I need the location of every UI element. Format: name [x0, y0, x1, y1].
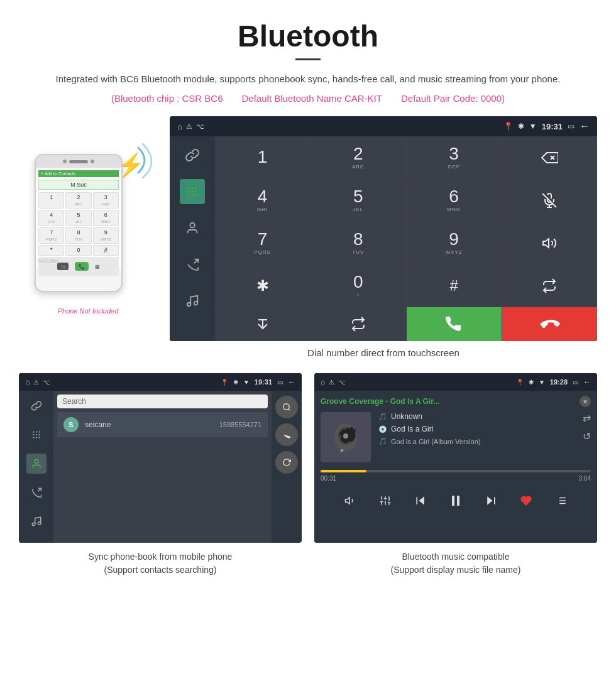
- phone-top-bar: [36, 155, 121, 168]
- repeat-button[interactable]: ↺: [583, 430, 591, 442]
- key-call-green[interactable]: [407, 307, 502, 341]
- progress-times: 00:31 3:04: [321, 475, 591, 482]
- key-switch[interactable]: [502, 264, 597, 307]
- key-8[interactable]: 8 TUV: [311, 222, 405, 264]
- key-4[interactable]: 4 GHI: [215, 179, 310, 221]
- volume-button[interactable]: [339, 489, 361, 512]
- sidebar-contacts-icon[interactable]: [180, 215, 205, 241]
- key-6[interactable]: 6 MNO: [407, 179, 502, 221]
- pb-music-icon[interactable]: [26, 511, 47, 531]
- pb-contacts-icon[interactable]: [26, 454, 47, 474]
- progress-fill: [321, 470, 366, 472]
- svg-point-13: [194, 302, 198, 305]
- key-mute[interactable]: [502, 179, 597, 221]
- pb-call-icon[interactable]: [26, 482, 47, 503]
- key-5[interactable]: 5 JKL: [311, 179, 405, 221]
- pb-search-bar: Search: [57, 395, 268, 408]
- key-3[interactable]: 3 DEF: [407, 136, 502, 178]
- phone-section: ⚡ + Add to Contacts M Suc 1: [19, 116, 157, 315]
- svg-point-8: [192, 194, 194, 196]
- key-backspace[interactable]: [502, 136, 597, 178]
- svg-point-5: [192, 191, 194, 193]
- music-track-title: Groove Coverage - God Is A Gir...: [321, 397, 439, 406]
- music-usb-icon: ⌥: [338, 379, 346, 386]
- spec-name: Default Bluetooth Name CAR-KIT: [242, 93, 382, 104]
- svg-point-26: [35, 434, 36, 435]
- key-9[interactable]: 9 WXYZ: [407, 222, 502, 264]
- svg-point-6: [195, 191, 197, 193]
- pb-action-buttons: [272, 391, 302, 543]
- status-right: 📍 ✱ ▼ 19:31 ▭ ←: [503, 121, 590, 132]
- music-back-button[interactable]: ←: [583, 378, 591, 386]
- favorite-button[interactable]: [515, 489, 537, 512]
- phonebook-caption: Sync phone-book from mobile phone (Suppo…: [19, 548, 302, 579]
- svg-marker-55: [487, 496, 492, 504]
- prev-button[interactable]: [409, 489, 432, 512]
- music-caption-line2: (Support display music file name): [391, 565, 521, 575]
- music-bt-icon: ✱: [529, 379, 534, 386]
- pb-dialpad-icon[interactable]: [26, 425, 47, 445]
- page-header: Bluetooth Integrated with BC6 Bluetooth …: [0, 0, 616, 110]
- music-time: 19:28: [550, 378, 568, 386]
- dial-screen-container: ⌂ ⚠ ⌥ 📍 ✱ ▼ 19:31 ▭ ←: [170, 116, 597, 367]
- pb-refresh-button[interactable]: [275, 451, 298, 474]
- svg-point-31: [35, 459, 38, 463]
- music-caption: Bluetooth music compatible (Support disp…: [314, 548, 597, 579]
- sidebar-call-transfer-icon[interactable]: [180, 252, 205, 277]
- svg-line-36: [289, 409, 290, 411]
- pb-search-button[interactable]: [275, 396, 298, 418]
- play-pause-button[interactable]: [444, 489, 467, 512]
- equalizer-button[interactable]: [374, 489, 397, 512]
- key-volume[interactable]: [502, 222, 597, 264]
- key-merge[interactable]: [215, 307, 310, 341]
- svg-point-25: [33, 434, 34, 435]
- svg-rect-53: [452, 496, 454, 506]
- key-star[interactable]: ✱: [215, 264, 310, 307]
- back-button[interactable]: ←: [580, 121, 590, 132]
- key-hash[interactable]: #: [407, 264, 502, 307]
- pb-contact-row[interactable]: S seicane 15885554271: [57, 412, 268, 437]
- svg-point-30: [38, 437, 40, 438]
- progress-bar[interactable]: [321, 470, 591, 472]
- pb-back-button[interactable]: ←: [288, 378, 295, 386]
- music-version-icon: 🎵: [378, 437, 387, 445]
- phonebook-caption-line2: (Support contacts searching): [104, 565, 217, 575]
- pb-avatar: S: [63, 417, 79, 432]
- next-button[interactable]: [480, 489, 502, 512]
- svg-point-22: [33, 431, 34, 432]
- status-left: ⌂ ⚠ ⌥: [177, 122, 204, 131]
- shuffle-button[interactable]: ⇄: [583, 412, 591, 424]
- key-7[interactable]: 7 PQRS: [215, 222, 310, 264]
- sidebar-music-icon[interactable]: [180, 288, 205, 313]
- spec-code: Default Pair Code: 0000): [401, 93, 505, 104]
- pb-call-button[interactable]: [275, 423, 298, 446]
- svg-point-29: [35, 437, 36, 438]
- music-progress-area: 00:31 3:04: [314, 467, 597, 484]
- pb-link-icon[interactable]: [26, 396, 47, 416]
- key-2[interactable]: 2 ABC: [311, 136, 405, 178]
- music-side-controls: ⇄ ↺: [583, 412, 591, 442]
- title-divider: [295, 58, 321, 60]
- svg-point-4: [188, 191, 190, 193]
- music-close-button[interactable]: ✕: [580, 396, 591, 407]
- music-caption-line1: Bluetooth music compatible: [402, 552, 509, 562]
- key-call-red[interactable]: [502, 307, 597, 341]
- svg-point-23: [35, 431, 36, 432]
- sidebar-link-icon[interactable]: [180, 143, 205, 168]
- key-0[interactable]: 0 +: [311, 264, 405, 307]
- playlist-button[interactable]: [550, 489, 573, 512]
- svg-point-7: [188, 194, 190, 196]
- key-1[interactable]: 1: [215, 136, 310, 178]
- music-info: 🎵 Unknown 💿 God Is a Girl 🎵 God is a Gir…: [378, 412, 575, 445]
- dial-time: 19:31: [542, 122, 563, 131]
- pb-contact-number: 15885554271: [219, 421, 261, 428]
- sidebar-dialpad-icon[interactable]: [180, 179, 205, 204]
- key-hold[interactable]: [311, 307, 405, 341]
- pb-main: Search S seicane 15885554271: [53, 391, 272, 543]
- pb-usb-icon: ⌥: [43, 379, 50, 386]
- music-version: God is a Girl (Album Version): [391, 438, 480, 445]
- battery-icon: ▭: [568, 122, 575, 131]
- phone-label: Phone Not Included: [58, 307, 119, 315]
- phone-screen: + Add to Contacts M Suc 1 2ABC 3DEF 4GHI…: [36, 168, 121, 268]
- svg-point-10: [190, 223, 194, 227]
